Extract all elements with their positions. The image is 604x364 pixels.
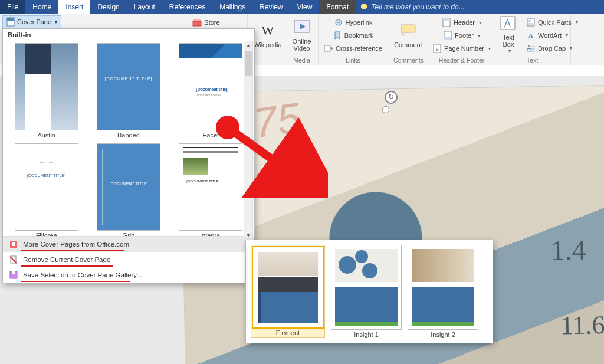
cover-template-grid[interactable]: [DOCUMENT TITLE]Grid: [90, 143, 167, 236]
pagenum-icon: #: [432, 44, 442, 53]
cover-template-filigree[interactable]: [DOCUMENT TITLE]Filigree: [8, 143, 85, 236]
svg-rect-36: [7, 18, 14, 21]
store-button[interactable]: Store: [190, 17, 222, 28]
tab-mailings[interactable]: Mailings: [212, 0, 252, 14]
svg-rect-29: [528, 20, 531, 22]
group-headerfooter: Header & Footer: [433, 55, 490, 64]
cover-page-icon: [6, 17, 15, 27]
group-media: Media: [289, 55, 314, 64]
group-text: Text: [498, 55, 567, 64]
comment-button[interactable]: Comment: [392, 22, 425, 50]
textbox-icon: A: [500, 16, 517, 32]
tell-me-search[interactable]: Tell me what you want to do...: [356, 0, 604, 14]
svg-rect-23: [444, 37, 451, 40]
online-video-button[interactable]: Online Video: [289, 19, 314, 53]
lightbulb-icon: [360, 4, 367, 11]
save-gallery-icon: [9, 270, 18, 280]
tab-review[interactable]: Review: [252, 0, 290, 14]
footer-icon: [443, 31, 452, 40]
header-button[interactable]: Header: [439, 17, 484, 28]
quickparts-button[interactable]: Quick Parts: [524, 17, 580, 28]
svg-rect-12: [193, 21, 201, 26]
pagenumber-button[interactable]: #Page Number: [430, 42, 493, 54]
tab-home[interactable]: Home: [25, 0, 58, 14]
footer-button[interactable]: Footer: [441, 29, 482, 41]
bookmark-icon: [333, 31, 342, 40]
tell-me-placeholder: Tell me what you want to do...: [371, 3, 464, 11]
cover-template-integral[interactable]: [DOCUMENT TITLE]Integral: [172, 143, 250, 236]
cover-template-facet[interactable]: [Document title][Document subtitle]Facet: [172, 43, 250, 139]
remove-cover-page-item[interactable]: Remove Current Cover Page: [3, 252, 254, 267]
cover-page-gallery: Built-in [Document title]Austin [DOCUMEN…: [2, 28, 255, 283]
textbox-button[interactable]: AText Box: [498, 15, 519, 55]
svg-rect-28: [527, 19, 534, 26]
cover-template-element[interactable]: [Document title] Element: [251, 245, 325, 338]
custom-templates-popout: [Document title] Element [Document title…: [245, 240, 493, 343]
svg-rect-38: [12, 242, 15, 246]
more-cover-pages-item[interactable]: More Cover Pages from Office.com▸: [3, 237, 254, 252]
tab-design[interactable]: Design: [90, 0, 126, 14]
office-icon: [9, 240, 18, 249]
gallery-scrollbar[interactable]: ▲▼: [244, 41, 253, 240]
crossref-button[interactable]: Cross-reference: [321, 42, 385, 54]
video-icon: [294, 20, 310, 37]
dropcap-icon: A: [526, 44, 536, 53]
tab-references[interactable]: References: [162, 0, 212, 14]
cover-template-banded[interactable]: [DOCUMENT TITLE]Banded: [90, 43, 167, 139]
page-number-label: 1.4: [550, 234, 586, 267]
tab-file[interactable]: File: [0, 0, 25, 14]
remove-icon: [9, 255, 18, 264]
svg-rect-19: [324, 45, 330, 51]
tab-view[interactable]: View: [290, 0, 320, 14]
svg-rect-21: [443, 18, 450, 21]
wordart-icon: A: [526, 31, 536, 40]
svg-rect-42: [12, 271, 15, 274]
wikipedia-icon: W: [260, 24, 276, 40]
rotate-handle[interactable]: [385, 91, 398, 104]
wordart-button[interactable]: AWordArt: [524, 29, 580, 41]
save-to-gallery-item[interactable]: Save Selection to Cover Page Gallery...: [3, 267, 254, 283]
bookmark-button[interactable]: Bookmark: [330, 29, 376, 41]
selection-handle[interactable]: [382, 106, 389, 113]
wikipedia-button[interactable]: WWikipedia: [251, 22, 284, 50]
cover-template-insight2[interactable]: [Document title] Insight 2: [408, 245, 478, 338]
scroll-thumb[interactable]: [245, 51, 252, 76]
store-icon: [192, 18, 202, 27]
tab-insert[interactable]: Insert: [58, 0, 90, 14]
svg-rect-30: [528, 23, 533, 25]
annotation-underline: [21, 281, 130, 282]
page-number-label: 11.6: [560, 310, 604, 340]
scroll-up-icon[interactable]: ▲: [244, 41, 252, 50]
gallery-section-builtin: Built-in: [3, 29, 254, 41]
cover-template-austin[interactable]: [Document title]Austin: [8, 43, 85, 139]
hyperlink-icon: [334, 18, 343, 27]
quickparts-icon: [526, 18, 536, 27]
annotation-underline: [21, 250, 124, 251]
svg-text:#: #: [436, 47, 439, 53]
hyperlink-button[interactable]: Hyperlink: [331, 17, 375, 28]
tab-layout[interactable]: Layout: [127, 0, 162, 14]
tab-format[interactable]: Format: [319, 0, 356, 14]
crossref-icon: [324, 44, 333, 53]
cover-template-insight1[interactable]: [Document title] Insight 1: [331, 245, 402, 338]
svg-text:A: A: [504, 18, 511, 28]
group-comments: Comments: [392, 55, 425, 64]
comment-icon: [400, 24, 416, 40]
header-icon: [442, 18, 451, 27]
group-links: Links: [322, 55, 384, 64]
annotation-underline: [21, 265, 113, 267]
ribbon-tabbar: File Home Insert Design Layout Reference…: [0, 0, 604, 14]
cover-page-button[interactable]: Cover Page: [2, 15, 61, 28]
dropcap-button[interactable]: ADrop Cap: [524, 42, 580, 54]
